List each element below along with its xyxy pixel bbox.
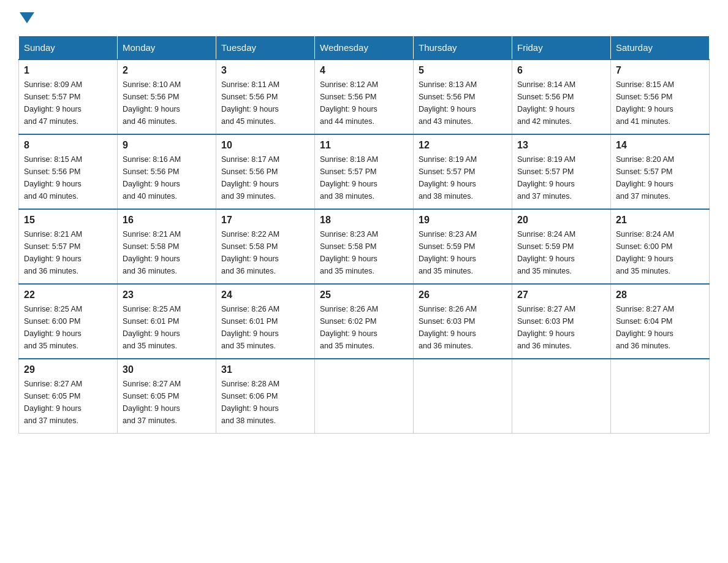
calendar-cell: 1Sunrise: 8:09 AMSunset: 5:57 PMDaylight… — [19, 59, 118, 134]
calendar-cell: 11Sunrise: 8:18 AMSunset: 5:57 PMDayligh… — [315, 134, 414, 209]
calendar-cell: 28Sunrise: 8:27 AMSunset: 6:04 PMDayligh… — [611, 284, 710, 359]
day-info: Sunrise: 8:16 AMSunset: 5:56 PMDaylight:… — [123, 155, 181, 201]
col-header-monday: Monday — [118, 36, 216, 60]
day-info: Sunrise: 8:23 AMSunset: 5:58 PMDaylight:… — [320, 230, 378, 275]
day-info: Sunrise: 8:19 AMSunset: 5:57 PMDaylight:… — [517, 155, 575, 201]
calendar-cell: 26Sunrise: 8:26 AMSunset: 6:03 PMDayligh… — [414, 284, 512, 359]
calendar-cell: 30Sunrise: 8:27 AMSunset: 6:05 PMDayligh… — [118, 359, 216, 434]
day-number: 25 — [320, 289, 408, 301]
day-number: 11 — [320, 140, 408, 151]
col-header-tuesday: Tuesday — [216, 36, 315, 60]
day-number: 27 — [517, 289, 605, 301]
day-number: 8 — [24, 140, 112, 151]
day-info: Sunrise: 8:14 AMSunset: 5:56 PMDaylight:… — [517, 80, 575, 126]
day-info: Sunrise: 8:20 AMSunset: 5:57 PMDaylight:… — [616, 155, 674, 201]
header — [18, 12, 710, 23]
calendar-cell: 24Sunrise: 8:26 AMSunset: 6:01 PMDayligh… — [216, 284, 315, 359]
day-number: 17 — [221, 215, 309, 226]
calendar-cell: 17Sunrise: 8:22 AMSunset: 5:58 PMDayligh… — [216, 209, 315, 284]
col-header-sunday: Sunday — [19, 36, 118, 60]
calendar-week-row: 8Sunrise: 8:15 AMSunset: 5:56 PMDaylight… — [19, 134, 710, 209]
day-info: Sunrise: 8:18 AMSunset: 5:57 PMDaylight:… — [320, 155, 378, 201]
calendar-cell: 21Sunrise: 8:24 AMSunset: 6:00 PMDayligh… — [611, 209, 710, 284]
calendar-header-row: SundayMondayTuesdayWednesdayThursdayFrid… — [19, 36, 710, 60]
col-header-friday: Friday — [512, 36, 611, 60]
calendar-week-row: 15Sunrise: 8:21 AMSunset: 5:57 PMDayligh… — [19, 209, 710, 284]
col-header-saturday: Saturday — [611, 36, 710, 60]
calendar-cell: 13Sunrise: 8:19 AMSunset: 5:57 PMDayligh… — [512, 134, 611, 209]
day-info: Sunrise: 8:15 AMSunset: 5:56 PMDaylight:… — [24, 155, 82, 201]
day-info: Sunrise: 8:10 AMSunset: 5:56 PMDaylight:… — [123, 80, 181, 126]
day-info: Sunrise: 8:11 AMSunset: 5:56 PMDaylight:… — [221, 80, 279, 126]
day-number: 24 — [221, 289, 309, 301]
day-info: Sunrise: 8:09 AMSunset: 5:57 PMDaylight:… — [24, 80, 82, 126]
calendar-cell: 20Sunrise: 8:24 AMSunset: 5:59 PMDayligh… — [512, 209, 611, 284]
col-header-wednesday: Wednesday — [315, 36, 414, 60]
calendar-cell: 10Sunrise: 8:17 AMSunset: 5:56 PMDayligh… — [216, 134, 315, 209]
day-number: 2 — [123, 65, 211, 76]
day-info: Sunrise: 8:13 AMSunset: 5:56 PMDaylight:… — [419, 80, 477, 126]
logo — [18, 12, 36, 23]
day-number: 3 — [221, 65, 309, 76]
calendar-cell: 18Sunrise: 8:23 AMSunset: 5:58 PMDayligh… — [315, 209, 414, 284]
day-number: 20 — [517, 215, 605, 226]
day-number: 5 — [419, 65, 507, 76]
day-info: Sunrise: 8:21 AMSunset: 5:58 PMDaylight:… — [123, 230, 181, 275]
calendar-cell — [512, 359, 611, 434]
day-number: 21 — [616, 215, 704, 226]
day-number: 19 — [419, 215, 507, 226]
calendar-week-row: 29Sunrise: 8:27 AMSunset: 6:05 PMDayligh… — [19, 359, 710, 434]
day-number: 4 — [320, 65, 408, 76]
day-number: 16 — [123, 215, 211, 226]
calendar-cell: 6Sunrise: 8:14 AMSunset: 5:56 PMDaylight… — [512, 59, 611, 134]
day-number: 22 — [24, 289, 112, 301]
calendar-cell: 29Sunrise: 8:27 AMSunset: 6:05 PMDayligh… — [19, 359, 118, 434]
day-info: Sunrise: 8:28 AMSunset: 6:06 PMDaylight:… — [221, 380, 279, 425]
day-number: 13 — [517, 140, 605, 151]
day-info: Sunrise: 8:24 AMSunset: 5:59 PMDaylight:… — [517, 230, 575, 275]
day-info: Sunrise: 8:19 AMSunset: 5:57 PMDaylight:… — [419, 155, 477, 201]
calendar-table: SundayMondayTuesdayWednesdayThursdayFrid… — [18, 36, 710, 434]
calendar-cell: 8Sunrise: 8:15 AMSunset: 5:56 PMDaylight… — [19, 134, 118, 209]
calendar-week-row: 22Sunrise: 8:25 AMSunset: 6:00 PMDayligh… — [19, 284, 710, 359]
day-number: 7 — [616, 65, 704, 76]
day-number: 15 — [24, 215, 112, 226]
calendar-cell: 19Sunrise: 8:23 AMSunset: 5:59 PMDayligh… — [414, 209, 512, 284]
calendar-cell: 25Sunrise: 8:26 AMSunset: 6:02 PMDayligh… — [315, 284, 414, 359]
calendar-cell: 31Sunrise: 8:28 AMSunset: 6:06 PMDayligh… — [216, 359, 315, 434]
day-info: Sunrise: 8:25 AMSunset: 6:00 PMDaylight:… — [24, 305, 82, 350]
calendar-cell: 23Sunrise: 8:25 AMSunset: 6:01 PMDayligh… — [118, 284, 216, 359]
calendar-cell: 15Sunrise: 8:21 AMSunset: 5:57 PMDayligh… — [19, 209, 118, 284]
day-info: Sunrise: 8:26 AMSunset: 6:03 PMDaylight:… — [419, 305, 477, 350]
day-number: 18 — [320, 215, 408, 226]
day-info: Sunrise: 8:26 AMSunset: 6:02 PMDaylight:… — [320, 305, 378, 350]
day-info: Sunrise: 8:26 AMSunset: 6:01 PMDaylight:… — [221, 305, 279, 350]
calendar-cell: 22Sunrise: 8:25 AMSunset: 6:00 PMDayligh… — [19, 284, 118, 359]
calendar-cell: 14Sunrise: 8:20 AMSunset: 5:57 PMDayligh… — [611, 134, 710, 209]
day-info: Sunrise: 8:21 AMSunset: 5:57 PMDaylight:… — [24, 230, 82, 275]
day-info: Sunrise: 8:27 AMSunset: 6:03 PMDaylight:… — [517, 305, 575, 350]
day-number: 28 — [616, 289, 704, 301]
day-number: 9 — [123, 140, 211, 151]
day-info: Sunrise: 8:27 AMSunset: 6:04 PMDaylight:… — [616, 305, 674, 350]
col-header-thursday: Thursday — [414, 36, 512, 60]
day-number: 23 — [123, 289, 211, 301]
day-info: Sunrise: 8:12 AMSunset: 5:56 PMDaylight:… — [320, 80, 378, 126]
day-number: 26 — [419, 289, 507, 301]
calendar-cell: 3Sunrise: 8:11 AMSunset: 5:56 PMDaylight… — [216, 59, 315, 134]
day-info: Sunrise: 8:27 AMSunset: 6:05 PMDaylight:… — [123, 380, 181, 425]
calendar-cell: 27Sunrise: 8:27 AMSunset: 6:03 PMDayligh… — [512, 284, 611, 359]
logo-text — [18, 12, 36, 23]
calendar-week-row: 1Sunrise: 8:09 AMSunset: 5:57 PMDaylight… — [19, 59, 710, 134]
day-number: 29 — [24, 364, 112, 375]
day-info: Sunrise: 8:15 AMSunset: 5:56 PMDaylight:… — [616, 80, 674, 126]
calendar-cell: 4Sunrise: 8:12 AMSunset: 5:56 PMDaylight… — [315, 59, 414, 134]
calendar-cell: 16Sunrise: 8:21 AMSunset: 5:58 PMDayligh… — [118, 209, 216, 284]
day-number: 30 — [123, 364, 211, 375]
day-number: 10 — [221, 140, 309, 151]
logo-triangle-icon — [20, 12, 34, 23]
calendar-cell: 7Sunrise: 8:15 AMSunset: 5:56 PMDaylight… — [611, 59, 710, 134]
calendar-cell — [611, 359, 710, 434]
day-number: 6 — [517, 65, 605, 76]
day-info: Sunrise: 8:23 AMSunset: 5:59 PMDaylight:… — [419, 230, 477, 275]
